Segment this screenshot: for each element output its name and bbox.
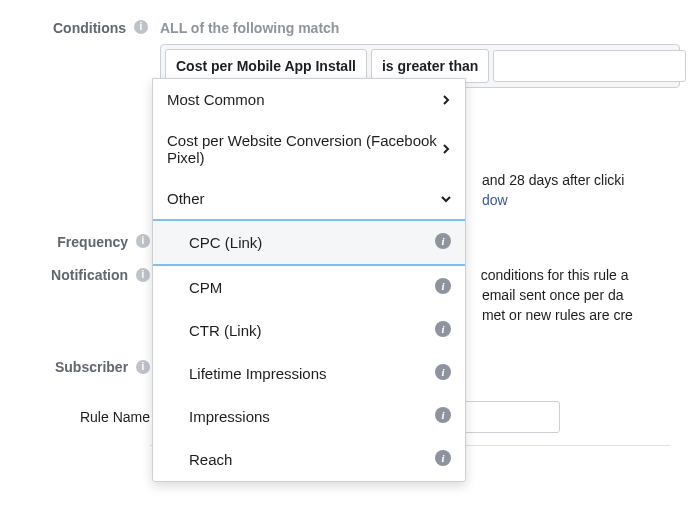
dropdown-item-lifetime-impressions[interactable]: Lifetime Impressions i [153,352,465,395]
info-icon: i [435,233,451,252]
info-icon: i [136,267,150,287]
info-icon: i [136,233,150,253]
notification-text-3: met or new rules are cre [482,307,633,323]
chevron-right-icon [441,95,451,105]
notification-text-1: conditions for this rule a [481,267,629,283]
metric-dropdown: Most Common Cost per Website Conversion … [152,78,466,482]
rule-name-label: Rule Name [80,409,150,425]
svg-text:i: i [142,269,145,280]
chevron-right-icon [441,144,451,154]
dropdown-group-most-common[interactable]: Most Common [153,79,465,120]
info-icon: i [435,364,451,383]
svg-text:i: i [142,235,145,246]
subscriber-label: Subscriber [55,359,128,375]
notification-label: Notification [51,267,128,283]
dropdown-item-impressions[interactable]: Impressions i [153,395,465,438]
attribution-text-1: and 28 days after clicki [482,172,624,188]
conditions-header: ALL of the following match [160,18,680,38]
dropdown-item-reach[interactable]: Reach i [153,438,465,481]
svg-text:i: i [140,21,143,32]
info-icon: i [134,19,148,39]
chevron-down-icon [441,194,451,204]
dropdown-item-cpm[interactable]: CPM i [153,266,465,309]
info-icon: i [435,450,451,469]
value-input[interactable] [493,50,686,82]
attribution-link[interactable]: dow [482,192,508,208]
svg-text:i: i [142,361,145,372]
conditions-label: Conditions [53,20,126,36]
dropdown-item-cpc-link[interactable]: CPC (Link) i [153,219,465,266]
info-icon: i [435,321,451,340]
notification-text-2: email sent once per da [482,287,624,303]
dropdown-group-other[interactable]: Other [153,178,465,219]
info-icon: i [435,407,451,426]
dropdown-group-cost-per-website-conversion[interactable]: Cost per Website Conversion (Facebook Pi… [153,120,465,178]
info-icon: i [136,359,150,379]
frequency-label: Frequency [57,234,128,250]
dropdown-item-ctr-link[interactable]: CTR (Link) i [153,309,465,352]
info-icon: i [435,278,451,297]
